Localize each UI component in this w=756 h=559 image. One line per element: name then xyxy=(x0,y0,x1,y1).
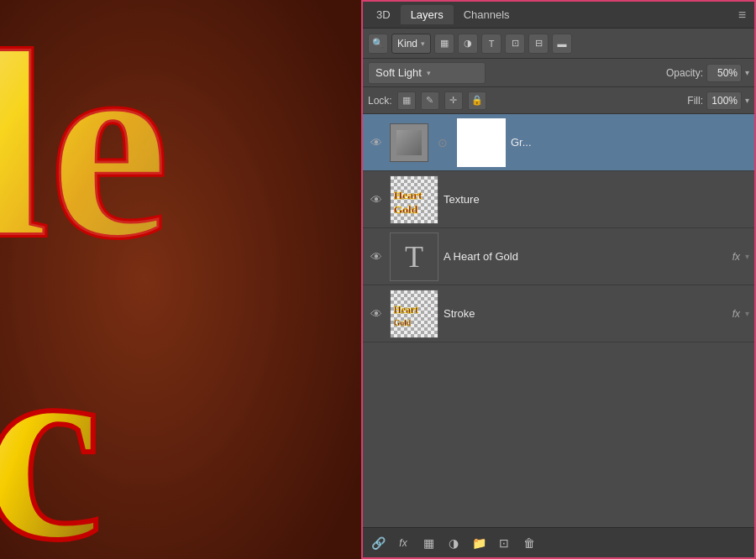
more-filter-btn[interactable]: ▬ xyxy=(552,34,572,54)
lock-position-btn[interactable]: ✛ xyxy=(444,91,463,110)
tab-layers[interactable]: Layers xyxy=(401,5,454,24)
layers-panel: 3D Layers Channels ≡ 🔍 Kind ▾ ▦ ◑ T ⊡ ⊟ … xyxy=(361,0,756,559)
fill-group: Fill: 100% ▾ xyxy=(687,91,749,110)
filter-toolbar: 🔍 Kind ▾ ▦ ◑ T ⊡ ⊟ ▬ xyxy=(363,29,754,59)
fill-arrow[interactable]: ▾ xyxy=(745,96,749,105)
svg-text:c: c xyxy=(0,298,102,559)
delete-layer-btn[interactable]: 🗑 xyxy=(519,533,539,553)
canvas-area: le c le xyxy=(0,0,361,559)
fill-input[interactable]: 100% xyxy=(706,91,742,110)
layer-name-gr: Gr... xyxy=(511,136,749,149)
smartobject-filter-btn[interactable]: ⊟ xyxy=(528,34,549,54)
text-layer-T-icon: T xyxy=(405,239,423,274)
adjustment-filter-btn[interactable]: ◑ xyxy=(458,34,478,54)
layer-styles-btn[interactable]: fx xyxy=(393,533,413,553)
new-layer-btn[interactable]: ⊡ xyxy=(494,533,514,553)
svg-text:le: le xyxy=(0,0,169,293)
layer-item-text[interactable]: 👁 T A Heart of Gold fx ▾ xyxy=(363,228,754,285)
panel-menu-button[interactable]: ≡ xyxy=(733,6,751,24)
layer-fx-arrow-text[interactable]: ▾ xyxy=(745,252,749,261)
layer-thumbnail-stroke: Heart Gold xyxy=(390,290,438,338)
layer-thumbnail-gr xyxy=(390,123,428,162)
search-icon-btn[interactable]: 🔍 xyxy=(368,34,388,54)
layer-item-stroke[interactable]: 👁 Heart Gold Stroke fx ▾ xyxy=(363,285,754,342)
layer-fx-stroke: fx xyxy=(732,308,740,320)
svg-text:Gold: Gold xyxy=(394,203,418,216)
layer-item-gr[interactable]: 👁 ⊙ Gr... xyxy=(363,114,754,171)
adjustment-layer-btn[interactable]: ◑ xyxy=(444,533,464,553)
layer-thumbnail-text: T xyxy=(390,232,438,281)
new-group-btn[interactable]: 📁 xyxy=(469,533,489,553)
lock-row: Lock: ▦ ✎ ✛ 🔒 Fill: 100% ▾ xyxy=(363,87,754,114)
pixel-filter-btn[interactable]: ▦ xyxy=(434,34,454,54)
link-layers-btn[interactable]: 🔗 xyxy=(368,533,388,553)
tab-3d[interactable]: 3D xyxy=(366,5,401,24)
eye-visibility-gr[interactable]: 👁 xyxy=(368,134,385,151)
opacity-group: Opacity: 50% ▾ xyxy=(666,64,749,82)
layer-name-stroke: Stroke xyxy=(444,307,727,320)
lock-paint-btn[interactable]: ✎ xyxy=(421,91,439,110)
eye-visibility-stroke[interactable]: 👁 xyxy=(368,306,385,322)
blend-mode-row: Soft Light ▾ Opacity: 50% ▾ xyxy=(363,59,754,87)
layers-list[interactable]: 👁 ⊙ Gr... 👁 Heart Gold Texture xyxy=(363,114,754,527)
layer-fx-arrow-stroke[interactable]: ▾ xyxy=(745,309,749,318)
layer-name-text: A Heart of Gold xyxy=(444,250,727,263)
fill-label: Fill: xyxy=(687,95,703,107)
svg-text:Heart: Heart xyxy=(394,189,423,201)
blend-mode-value: Soft Light xyxy=(375,66,422,79)
gr-thumb-inner xyxy=(396,130,422,155)
opacity-input[interactable]: 50% xyxy=(706,64,742,82)
layer-fx-text: fx xyxy=(732,251,740,263)
tab-channels[interactable]: Channels xyxy=(454,5,520,24)
svg-text:Heart: Heart xyxy=(394,305,418,316)
blend-mode-chevron: ▾ xyxy=(427,69,431,77)
eye-visibility-texture[interactable]: 👁 xyxy=(368,191,385,208)
opacity-label: Opacity: xyxy=(666,67,703,79)
tab-bar: 3D Layers Channels ≡ xyxy=(363,2,754,29)
opacity-value: 50% xyxy=(717,67,738,79)
lock-label: Lock: xyxy=(368,95,392,107)
layer-thumbnail-texture: Heart Gold xyxy=(390,175,438,224)
opacity-arrow[interactable]: ▾ xyxy=(745,68,749,77)
svg-text:Gold: Gold xyxy=(394,318,412,327)
add-mask-btn[interactable]: ▦ xyxy=(418,533,438,553)
layer-name-texture: Texture xyxy=(444,193,749,206)
layer-mask-gr xyxy=(457,118,506,167)
kind-filter-select[interactable]: Kind ▾ xyxy=(391,34,431,54)
lock-all-btn[interactable]: 🔒 xyxy=(468,91,486,110)
type-filter-btn[interactable]: T xyxy=(481,34,501,54)
eye-visibility-text[interactable]: 👁 xyxy=(368,248,385,265)
layer-item-texture[interactable]: 👁 Heart Gold Texture xyxy=(363,171,754,228)
shape-filter-btn[interactable]: ⊡ xyxy=(505,34,525,54)
bottom-toolbar: 🔗 fx ▦ ◑ 📁 ⊡ 🗑 xyxy=(363,527,754,557)
lock-pixels-btn[interactable]: ▦ xyxy=(397,91,416,110)
fill-value: 100% xyxy=(711,95,738,107)
blend-mode-select[interactable]: Soft Light ▾ xyxy=(368,62,486,84)
kind-label: Kind xyxy=(397,38,417,50)
layer-link-icon-gr: ⊙ xyxy=(433,123,452,162)
kind-chevron: ▾ xyxy=(421,39,425,48)
